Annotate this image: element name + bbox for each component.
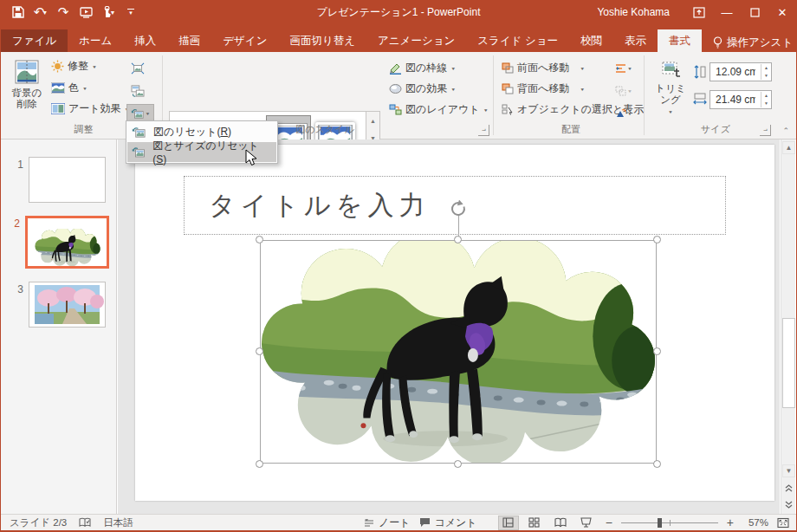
slide-1-thumbnail[interactable]: [29, 157, 106, 203]
comments-button[interactable]: コメント: [419, 516, 477, 530]
group-separator: [644, 55, 645, 135]
spell-check-icon[interactable]: [79, 517, 91, 528]
send-backward-button[interactable]: 背面へ移動 ▼: [502, 81, 585, 96]
shape-height-spinner: ▲ ▼: [710, 62, 772, 81]
slide-indicator[interactable]: スライド 2/3: [10, 516, 67, 529]
scroll-up-button[interactable]: ▲: [782, 141, 795, 154]
slideshow-view-button[interactable]: [576, 516, 597, 530]
resize-handle-bottom-center[interactable]: [454, 460, 462, 468]
notes-button[interactable]: ノート: [364, 516, 411, 530]
picture-effects-button[interactable]: 図の効果 ▼: [389, 81, 456, 96]
rotate-objects-button[interactable]: ▼: [612, 104, 635, 123]
picture-layout-button[interactable]: 図のレイアウト ▼: [389, 102, 489, 117]
next-slide-icon: [785, 501, 793, 509]
corrections-button[interactable]: 修整 ▼: [51, 59, 97, 74]
save-button[interactable]: [8, 2, 29, 23]
resize-handle-top-right[interactable]: [653, 236, 661, 243]
remove-background-button[interactable]: 背景の削除: [8, 59, 46, 110]
slide-1-number: 1: [13, 157, 23, 203]
cloud-shaped-dog-picture: [260, 240, 657, 464]
zoom-slider-center-tick: [670, 520, 671, 526]
resize-handle-middle-left[interactable]: [256, 347, 263, 355]
reset-picture-icon: [132, 126, 146, 139]
redo-button[interactable]: ↷: [53, 2, 74, 23]
normal-view-icon: [502, 517, 514, 528]
resize-handle-top-left[interactable]: [256, 236, 263, 243]
remove-background-icon: [14, 59, 40, 85]
minimize-button[interactable]: —: [713, 0, 741, 24]
notes-icon: [364, 518, 374, 528]
zoom-out-button[interactable]: −: [606, 516, 612, 529]
shape-width-input[interactable]: [710, 94, 755, 106]
color-button[interactable]: 色 ▼: [51, 81, 87, 95]
height-spin-up-button[interactable]: ▲: [761, 64, 771, 72]
save-icon: [12, 6, 24, 18]
picture-styles-dialog-launcher[interactable]: [478, 125, 489, 136]
align-objects-button[interactable]: ▼: [612, 59, 635, 78]
picture-border-button[interactable]: 図の枠線 ▼: [389, 61, 456, 75]
resize-handle-bottom-left[interactable]: [256, 460, 263, 468]
scrollbar-thumb[interactable]: [782, 318, 795, 408]
selected-picture[interactable]: [260, 240, 657, 464]
tab-format-active[interactable]: 書式: [658, 29, 702, 52]
group-objects-button-disabled[interactable]: ▼: [612, 81, 635, 101]
size-dialog-launcher[interactable]: [760, 125, 771, 136]
tab-file[interactable]: ファイル: [1, 29, 68, 52]
compress-pictures-button[interactable]: [126, 59, 149, 78]
zoom-slider-knob[interactable]: [658, 518, 662, 528]
scroll-down-button[interactable]: ▼: [782, 464, 795, 477]
zoom-in-button[interactable]: +: [727, 516, 734, 529]
reading-view-button[interactable]: [550, 516, 571, 530]
tab-home[interactable]: ホーム: [68, 29, 123, 52]
tab-draw[interactable]: 描画: [167, 29, 211, 52]
fit-slide-to-window-button[interactable]: [777, 517, 789, 529]
resize-handle-bottom-right[interactable]: [653, 460, 661, 468]
touch-mouse-mode-button[interactable]: ▼: [98, 2, 119, 23]
artistic-effects-button[interactable]: アート効果 ▼: [51, 101, 130, 116]
customize-qat-button[interactable]: ▼: [120, 2, 141, 23]
undo-button[interactable]: ↶ ▼: [30, 2, 51, 23]
color-picture-icon: [51, 82, 65, 94]
tab-design[interactable]: デザイン: [211, 29, 278, 52]
normal-view-button[interactable]: [498, 516, 519, 530]
shape-height-input[interactable]: [710, 66, 755, 78]
tab-view[interactable]: 表示: [613, 29, 658, 52]
ribbon-display-icon: [693, 7, 705, 18]
artistic-effects-icon: [51, 103, 65, 114]
height-spin-down-button[interactable]: ▼: [761, 72, 771, 80]
previous-slide-button[interactable]: [782, 482, 795, 495]
tab-review[interactable]: 校閲: [569, 29, 613, 52]
slide-2-thumbnail-selected[interactable]: [25, 216, 109, 269]
tab-transitions[interactable]: 画面切り替え: [278, 29, 366, 52]
width-spin-down-button[interactable]: ▼: [761, 100, 771, 107]
start-from-beginning-button[interactable]: [75, 2, 96, 23]
slide-canvas[interactable]: タイトルを入力: [135, 145, 774, 501]
tab-tell-me[interactable]: 操作アシスト: [702, 29, 797, 52]
slide-sorter-view-button[interactable]: [524, 516, 545, 530]
slide-3-thumbnail[interactable]: [29, 282, 106, 328]
resize-handle-top-center[interactable]: [454, 236, 462, 243]
rotation-handle[interactable]: [450, 200, 467, 217]
ribbon-display-options-button[interactable]: [685, 0, 713, 24]
quick-access-toolbar: ↶ ▼ ↷ ▼ ▼: [1, 2, 141, 23]
group-separator: [493, 55, 494, 135]
next-slide-button[interactable]: [782, 498, 795, 511]
change-picture-button[interactable]: [126, 81, 149, 101]
zoom-slider[interactable]: [621, 516, 718, 530]
maximize-button[interactable]: [741, 0, 768, 24]
language-indicator[interactable]: 日本語: [103, 516, 133, 529]
close-button[interactable]: ✕: [768, 0, 796, 24]
account-user-name[interactable]: Yoshie Kohama: [597, 6, 670, 18]
resize-handle-middle-right[interactable]: [653, 347, 661, 355]
width-spin-up-button[interactable]: ▲: [761, 92, 771, 100]
tab-insert[interactable]: 挿入: [123, 29, 167, 52]
bring-forward-button[interactable]: 前面へ移動 ▼: [502, 61, 585, 75]
reset-picture-size-icon: [132, 146, 146, 159]
title-placeholder-text: タイトルを入力: [185, 188, 431, 224]
collapse-ribbon-button[interactable]: ⌃: [782, 127, 789, 135]
tab-animations[interactable]: アニメーション: [366, 29, 466, 52]
crop-button[interactable]: トリミング ▼: [651, 59, 690, 118]
tab-slideshow[interactable]: スライド ショー: [466, 29, 569, 52]
shape-width-spinner: ▲ ▼: [710, 90, 772, 109]
zoom-level[interactable]: 57%: [742, 517, 768, 528]
